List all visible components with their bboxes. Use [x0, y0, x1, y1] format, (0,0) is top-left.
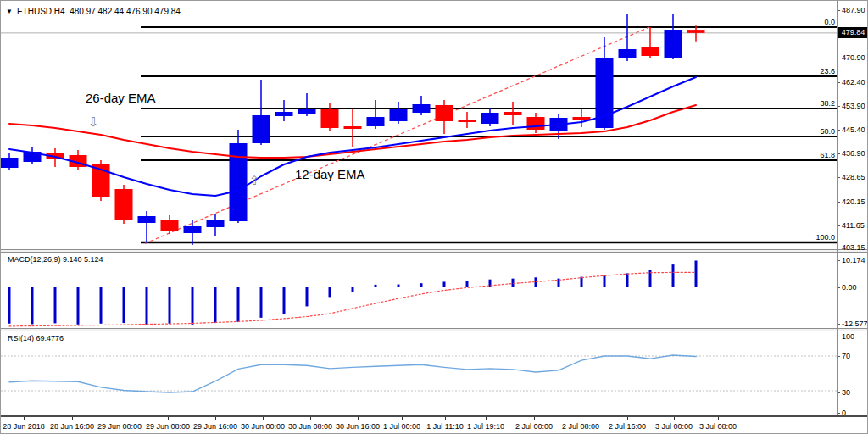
time-tick [627, 417, 628, 420]
time-label: 1 Jul 11:10 [426, 422, 463, 431]
macd-chart-svg[interactable] [1, 253, 868, 328]
time-tick [168, 417, 169, 420]
current-price-tag: 479.84 [838, 27, 868, 38]
candle[interactable] [230, 143, 248, 221]
time-label: 29 Jun 00:00 [97, 422, 142, 431]
candle[interactable] [619, 49, 637, 58]
time-label: 30 Jun 16:00 [336, 422, 380, 431]
chart-window: ▼ETHUSD,H4 480.97 482.44 476.90 479.84 2… [0, 0, 868, 434]
candle[interactable] [573, 117, 591, 120]
time-label: 1 Jul 00:00 [383, 422, 420, 431]
candle[interactable] [344, 126, 362, 129]
time-tick [215, 417, 216, 420]
chart-title: ▼ETHUSD,H4 480.97 482.44 476.90 479.84 [6, 7, 181, 16]
time-tick [674, 417, 675, 420]
time-tick [445, 417, 446, 420]
time-tick [718, 417, 719, 420]
main-chart-svg[interactable] [1, 1, 868, 249]
candle[interactable] [321, 108, 339, 128]
time-label: 29 Jun 08:00 [146, 422, 190, 431]
time-tick [263, 417, 264, 420]
down-arrow-icon[interactable]: ⇩ [88, 115, 99, 128]
time-tick [534, 417, 535, 420]
candle[interactable] [504, 112, 522, 115]
time-tick [402, 417, 403, 420]
time-tick [72, 417, 73, 420]
candle[interactable] [367, 117, 385, 126]
time-label: 1 Jul 19:10 [467, 422, 504, 431]
candle[interactable] [115, 189, 133, 220]
time-axis[interactable]: 28 Jun 201828 Jun 16:0029 Jun 00:0029 Ju… [1, 415, 868, 434]
time-label: 30 Jun 00:00 [241, 422, 285, 431]
time-tick [120, 417, 120, 420]
candle[interactable] [527, 117, 545, 130]
chart-symbol: ETHUSD,H4 [17, 7, 65, 16]
time-label: 2 Jul 16:00 [609, 422, 646, 431]
macd-signal-line[interactable] [9, 272, 696, 326]
candle[interactable] [161, 220, 179, 231]
candle[interactable] [207, 220, 225, 227]
candle[interactable] [275, 112, 293, 116]
time-label: 29 Jun 16:00 [193, 422, 237, 431]
rsi-chart-svg[interactable] [1, 331, 868, 415]
up-arrow-icon[interactable]: ⇧ [249, 174, 260, 186]
candle[interactable] [184, 226, 202, 233]
candle[interactable] [298, 108, 316, 114]
time-label: 3 Jul 00:00 [655, 422, 693, 431]
candle[interactable] [413, 104, 431, 113]
ema26-annotation[interactable]: 26-day EMA [86, 91, 156, 105]
candle[interactable] [481, 113, 499, 124]
time-label: 30 Jun 08:00 [288, 422, 332, 431]
time-label: 28 Jun 2018 [3, 422, 45, 431]
main-chart-panel[interactable]: ▼ETHUSD,H4 480.97 482.44 476.90 479.84 2… [1, 1, 868, 249]
macd-label: MACD(12,26,9) 9.140 5.124 [8, 255, 103, 264]
rsi-line[interactable] [9, 355, 696, 392]
candle[interactable] [1, 158, 19, 168]
time-label: 2 Jul 08:00 [562, 422, 599, 431]
candle[interactable] [390, 109, 408, 121]
trendline[interactable] [145, 27, 649, 243]
ema12-annotation[interactable]: 12-day EMA [295, 167, 365, 181]
candle[interactable] [687, 30, 705, 33]
time-tick [310, 417, 311, 420]
time-tick [24, 417, 25, 420]
time-tick [358, 417, 359, 420]
time-tick [581, 417, 581, 420]
candle[interactable] [459, 120, 476, 122]
axis-divider [837, 1, 838, 415]
candle[interactable] [665, 30, 682, 58]
candle[interactable] [436, 105, 453, 121]
rsi-label: RSI(14) 69.4776 [8, 334, 64, 342]
symbol-dropdown-icon[interactable]: ▼ [6, 8, 13, 15]
rsi-panel[interactable]: RSI(14) 69.4776 [1, 331, 868, 415]
time-tick [486, 417, 487, 420]
candle[interactable] [138, 216, 156, 223]
candle[interactable] [642, 47, 659, 56]
time-label: 2 Jul 00:00 [515, 422, 553, 431]
time-label: 3 Jul 08:00 [699, 422, 737, 431]
time-label: 28 Jun 16:00 [50, 422, 94, 431]
candle[interactable] [253, 115, 270, 143]
chart-ohlc: 480.97 482.44 476.90 479.84 [70, 7, 181, 16]
macd-panel[interactable]: MACD(12,26,9) 9.140 5.124 [1, 253, 868, 328]
